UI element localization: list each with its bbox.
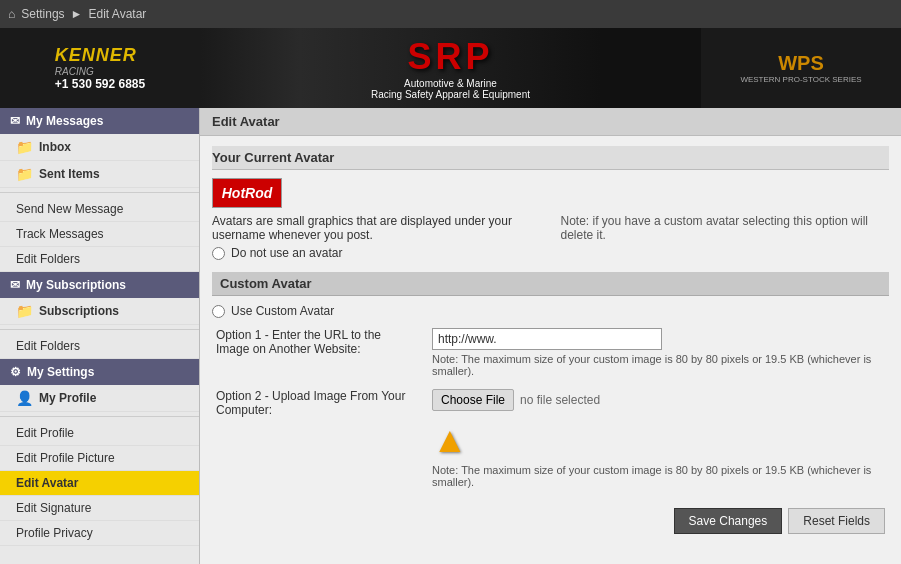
breadcrumb-settings[interactable]: Settings — [21, 7, 64, 21]
sidebar-item-edit-profile-picture[interactable]: Edit Profile Picture — [0, 446, 199, 471]
sidebar-item-profile-privacy[interactable]: Profile Privacy — [0, 521, 199, 546]
your-current-avatar-label: Your Current Avatar — [212, 146, 889, 170]
custom-avatar-section: Custom Avatar Use Custom Avatar Option 1… — [212, 272, 889, 538]
option1-control: Note: The maximum size of your custom im… — [432, 328, 885, 377]
sidebar-item-sent-items[interactable]: 📁 Sent Items — [0, 161, 199, 188]
topbar: ⌂ Settings ► Edit Avatar — [0, 0, 901, 28]
folder-icon-subs: 📁 — [16, 303, 33, 319]
option2-control: Choose File no file selected ▲ Note: The… — [432, 389, 885, 488]
folder-icon: 📁 — [16, 139, 33, 155]
wps-sub: WESTERN PRO-STOCK SERIES — [740, 75, 861, 84]
option2-label: Option 2 - Upload Image From Your Comput… — [216, 389, 416, 417]
srp-logo-text: SRP — [371, 36, 530, 78]
breadcrumb-current: Edit Avatar — [89, 7, 147, 21]
current-avatar-area: HotRod Avatars are small graphics that a… — [212, 178, 889, 260]
save-changes-button[interactable]: Save Changes — [674, 508, 783, 534]
subscriptions-icon: ✉ — [10, 278, 20, 292]
sidebar-item-inbox[interactable]: 📁 Inbox — [0, 134, 199, 161]
option2-note: Note: The maximum size of your custom im… — [432, 464, 885, 488]
sidebar-section-my-messages: ✉ My Messages — [0, 108, 199, 134]
kenner-phone: +1 530 592 6885 — [55, 77, 145, 91]
sidebar-item-edit-signature[interactable]: Edit Signature — [0, 496, 199, 521]
sidebar: ✉ My Messages 📁 Inbox 📁 Sent Items Send … — [0, 108, 200, 564]
sidebar-item-subscriptions[interactable]: 📁 Subscriptions — [0, 298, 199, 325]
buttons-row: Save Changes Reset Fields — [212, 500, 889, 538]
kenner-brand: KENNER — [55, 45, 145, 66]
srp-line1: Automotive & Marine — [371, 78, 530, 89]
folder-icon-sent: 📁 — [16, 166, 33, 182]
avatar-description: Avatars are small graphics that are disp… — [212, 214, 541, 242]
option1-label: Option 1 - Enter the URL to the Image on… — [216, 328, 416, 356]
sidebar-section-my-subscriptions: ✉ My Subscriptions — [0, 272, 199, 298]
choose-file-button[interactable]: Choose File — [432, 389, 514, 411]
breadcrumb-separator: ► — [71, 7, 83, 21]
content-header: Edit Avatar — [200, 108, 901, 136]
main-area: ✉ My Messages 📁 Inbox 📁 Sent Items Send … — [0, 108, 901, 564]
settings-icon: ⚙ — [10, 365, 21, 379]
do-not-use-avatar-radio[interactable] — [212, 247, 225, 260]
content-area: Edit Avatar Your Current Avatar HotRod A… — [200, 108, 901, 564]
sidebar-item-track-messages[interactable]: Track Messages — [0, 222, 199, 247]
reset-fields-button[interactable]: Reset Fields — [788, 508, 885, 534]
banner: KENNER RACING +1 530 592 6885 SRP Automo… — [0, 28, 901, 108]
use-custom-row: Use Custom Avatar — [212, 304, 889, 318]
envelope-icon: ✉ — [10, 114, 20, 128]
banner-center: SRP Automotive & Marine Racing Safety Ap… — [200, 28, 701, 108]
kenner-sub: RACING — [55, 66, 145, 77]
option1-url-input[interactable] — [432, 328, 662, 350]
srp-line2: Racing Safety Apparel & Equipment — [371, 89, 530, 100]
banner-left: KENNER RACING +1 530 592 6885 — [0, 28, 200, 108]
option1-row: Option 1 - Enter the URL to the Image on… — [212, 328, 889, 377]
content-body: Your Current Avatar HotRod Avatars are s… — [200, 136, 901, 548]
sidebar-item-send-new-message[interactable]: Send New Message — [0, 197, 199, 222]
sidebar-item-my-profile[interactable]: 👤 My Profile — [0, 385, 199, 412]
sidebar-item-edit-avatar[interactable]: Edit Avatar — [0, 471, 199, 496]
current-avatar-image: HotRod — [212, 178, 282, 208]
sidebar-item-edit-profile[interactable]: Edit Profile — [0, 421, 199, 446]
person-icon: 👤 — [16, 390, 33, 406]
no-file-selected-text: no file selected — [520, 393, 600, 407]
custom-avatar-label: Custom Avatar — [212, 272, 889, 296]
sidebar-item-edit-folders-messages[interactable]: Edit Folders — [0, 247, 199, 272]
use-custom-avatar-radio[interactable] — [212, 305, 225, 318]
banner-right: WPS WESTERN PRO-STOCK SERIES — [701, 28, 901, 108]
arrow-indicator: ▲ — [432, 419, 468, 461]
file-input-area: Choose File no file selected — [432, 389, 885, 411]
wps-logo: WPS — [740, 52, 861, 75]
home-icon[interactable]: ⌂ — [8, 7, 15, 21]
option1-note: Note: The maximum size of your custom im… — [432, 353, 885, 377]
sidebar-section-my-settings: ⚙ My Settings — [0, 359, 199, 385]
avatar-delete-note: Note: if you have a custom avatar select… — [561, 214, 890, 242]
option2-row: Option 2 - Upload Image From Your Comput… — [212, 389, 889, 488]
breadcrumb: ⌂ Settings ► Edit Avatar — [8, 7, 146, 21]
sidebar-item-edit-folders-subs[interactable]: Edit Folders — [0, 334, 199, 359]
do-not-use-label: Do not use an avatar — [231, 246, 342, 260]
use-custom-avatar-label: Use Custom Avatar — [231, 304, 334, 318]
